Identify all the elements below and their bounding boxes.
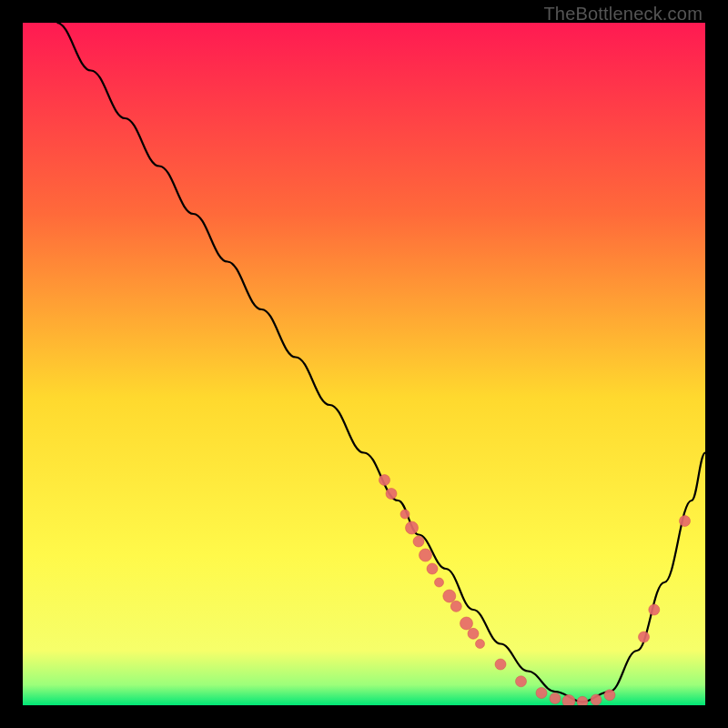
data-marker [450, 601, 461, 612]
data-marker [550, 693, 561, 704]
chart-frame [23, 23, 705, 705]
watermark-text: TheBottleneck.com [543, 4, 703, 25]
data-marker [420, 549, 432, 561]
data-marker [476, 640, 485, 649]
data-marker [386, 489, 397, 500]
gradient-background [23, 23, 705, 705]
data-marker [649, 604, 660, 615]
data-marker [536, 688, 547, 699]
data-marker [468, 628, 479, 639]
data-marker [562, 695, 575, 706]
data-marker [591, 694, 602, 705]
data-marker [413, 536, 424, 547]
data-marker [516, 676, 527, 687]
data-marker [435, 578, 444, 587]
data-marker [427, 563, 438, 574]
data-marker [400, 510, 410, 519]
data-marker [577, 696, 588, 705]
data-marker [495, 659, 506, 670]
data-marker [379, 475, 390, 486]
data-marker [680, 516, 691, 527]
data-marker [460, 617, 473, 630]
data-marker [406, 521, 419, 534]
data-marker [604, 690, 615, 701]
data-marker [443, 590, 456, 602]
data-marker [639, 632, 650, 642]
chart-svg [23, 23, 705, 705]
